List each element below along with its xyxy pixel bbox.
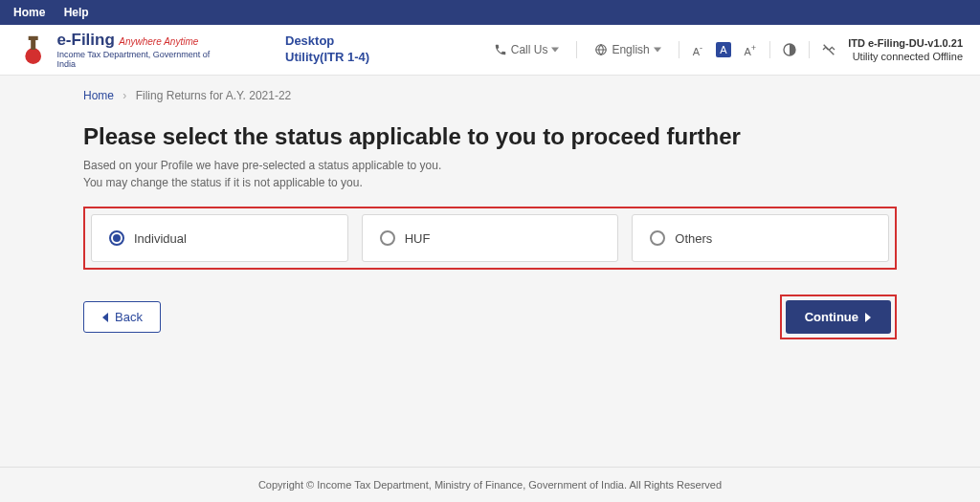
chevron-right-icon: › <box>122 89 126 102</box>
globe-icon <box>594 43 608 56</box>
header: e-Filing Anywhere Anytime Income Tax Dep… <box>0 25 980 76</box>
brand-dept: Income Tax Department, Government of Ind… <box>56 50 228 69</box>
topnav-home-link[interactable]: Home <box>13 6 45 19</box>
contrast-icon[interactable] <box>782 42 797 57</box>
option-label: HUF <box>405 231 431 246</box>
language-label: English <box>612 43 649 56</box>
radio-icon <box>650 230 665 246</box>
version-label: ITD e-Filing-DU-v1.0.21 <box>848 36 963 50</box>
continue-button[interactable]: Continue <box>786 300 891 334</box>
main: Home › Filing Returns for A.Y. 2021-22 P… <box>0 76 980 467</box>
version-box: ITD e-Filing-DU-v1.0.21 Utility connecte… <box>848 36 963 64</box>
app-title: Desktop Utility(ITR 1-4) <box>285 33 369 66</box>
continue-label: Continue <box>805 310 858 324</box>
radio-icon <box>380 230 395 246</box>
call-us-dropdown[interactable]: Call Us <box>488 43 566 56</box>
option-individual[interactable]: Individual <box>91 214 348 262</box>
app-line2: Utility(ITR 1-4) <box>285 50 369 66</box>
app-line1: Desktop <box>285 33 369 50</box>
brand: e-Filing Anywhere Anytime Income Tax Dep… <box>17 31 228 69</box>
footer-text: Copyright © Income Tax Department, Minis… <box>258 479 722 491</box>
page-title: Please select the status applicable to y… <box>83 121 897 151</box>
breadcrumb-current: Filing Returns for A.Y. 2021-22 <box>136 89 292 102</box>
phone-icon <box>494 43 507 56</box>
footer: Copyright © Income Tax Department, Minis… <box>0 467 980 502</box>
offline-icon <box>821 42 836 57</box>
option-label: Others <box>675 231 712 246</box>
svg-point-0 <box>25 48 41 64</box>
connection-status: Utility connected Offline <box>848 50 963 63</box>
header-right: Call Us English A- A A+ ITD e-Filing-DU-… <box>488 36 963 64</box>
option-huf[interactable]: HUF <box>362 214 619 262</box>
font-default-button[interactable]: A <box>716 42 730 57</box>
chevron-down-icon <box>551 46 559 54</box>
radio-icon <box>109 230 124 246</box>
chevron-right-icon <box>864 313 872 322</box>
status-options: Individual HUF Others <box>83 207 897 270</box>
call-us-label: Call Us <box>511 43 548 56</box>
page-subtitle: Based on your Profile we have pre-select… <box>83 157 897 191</box>
font-decrease-button[interactable]: A- <box>691 41 704 59</box>
top-nav: Home Help <box>0 0 980 25</box>
separator <box>679 41 679 58</box>
font-increase-button[interactable]: A+ <box>743 41 759 59</box>
separator <box>809 41 810 58</box>
breadcrumb-home[interactable]: Home <box>83 89 114 102</box>
svg-rect-2 <box>29 36 38 40</box>
back-label: Back <box>115 310 143 324</box>
brand-text: e-Filing Anywhere Anytime Income Tax Dep… <box>56 31 228 69</box>
back-button[interactable]: Back <box>83 301 161 333</box>
chevron-left-icon <box>101 313 109 322</box>
action-bar: Back Continue <box>83 295 897 339</box>
gov-emblem-icon <box>17 33 49 66</box>
breadcrumb: Home › Filing Returns for A.Y. 2021-22 <box>83 89 897 102</box>
separator <box>769 41 770 58</box>
brand-tagline: Anywhere Anytime <box>119 36 198 47</box>
option-label: Individual <box>134 231 187 246</box>
separator <box>576 41 577 58</box>
language-dropdown[interactable]: English <box>589 43 666 56</box>
option-others[interactable]: Others <box>632 214 889 262</box>
brand-title: e-Filing <box>56 31 114 49</box>
chevron-down-icon <box>654 46 661 54</box>
topnav-help-link[interactable]: Help <box>64 6 89 19</box>
